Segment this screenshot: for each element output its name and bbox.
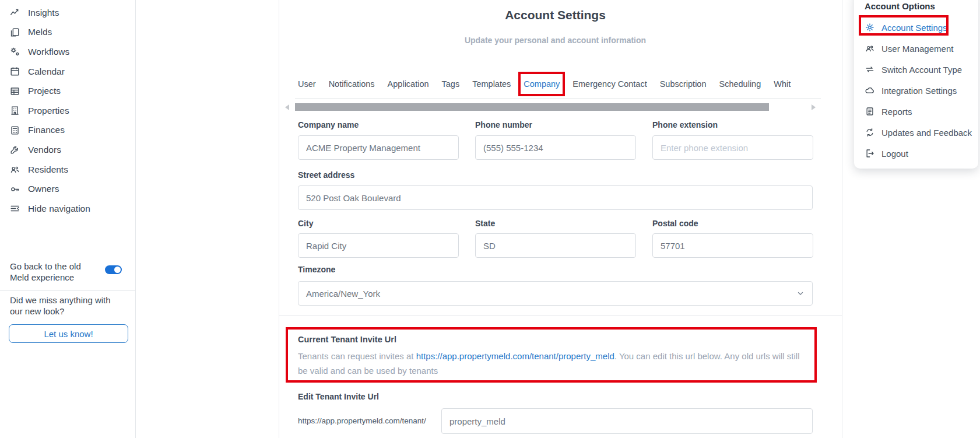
city-field[interactable] xyxy=(298,233,459,258)
company-name-label: Company name xyxy=(298,120,459,129)
sidebar-item-properties[interactable]: Properties xyxy=(0,101,135,121)
menu-item-user-management[interactable]: User Management xyxy=(854,38,978,59)
settings-tab-bar: User Notifications Application Tags Temp… xyxy=(298,71,823,97)
sidebar-item-finances[interactable]: Finances xyxy=(0,121,135,141)
account-options-menu: Account Options Account Settings User Ma… xyxy=(854,0,978,169)
current-tenant-invite-title: Current Tenant Invite Url xyxy=(298,335,396,344)
page-subtitle: Update your personal and account informa… xyxy=(298,36,813,45)
tab-tags[interactable]: Tags xyxy=(442,79,460,89)
sidebar-item-label: Melds xyxy=(28,27,52,37)
street-address-label: Street address xyxy=(298,170,813,180)
switch-account-icon xyxy=(865,64,875,75)
menu-item-account-settings[interactable]: Account Settings xyxy=(854,17,978,38)
menu-item-label: Account Settings xyxy=(881,23,947,33)
hide-navigation-icon xyxy=(9,203,20,214)
users-icon xyxy=(865,43,875,54)
let-us-know-button[interactable]: Let us know! xyxy=(9,324,128,343)
tab-divider xyxy=(295,98,821,99)
menu-item-updates-and-feedback[interactable]: Updates and Feedback xyxy=(854,122,978,143)
insights-icon xyxy=(9,7,20,18)
cloud-icon xyxy=(865,85,875,96)
sidebar-item-insights[interactable]: Insights xyxy=(0,3,135,23)
menu-item-integration-settings[interactable]: Integration Settings xyxy=(854,80,978,101)
timezone-label: Timezone xyxy=(298,265,813,274)
tab-application[interactable]: Application xyxy=(388,79,429,89)
workflows-icon xyxy=(9,46,20,57)
account-options-title: Account Options xyxy=(865,1,978,11)
tab-user[interactable]: User xyxy=(298,79,316,89)
state-label: State xyxy=(475,219,636,228)
postal-code-field[interactable] xyxy=(652,233,813,258)
tab-white-label[interactable]: Whit xyxy=(774,79,791,89)
sidebar-item-calendar[interactable]: Calendar xyxy=(0,62,135,82)
melds-icon xyxy=(9,27,20,38)
city-label: City xyxy=(298,219,459,228)
tab-company[interactable]: Company xyxy=(524,79,560,89)
sidebar-item-hide-navigation[interactable]: Hide navigation xyxy=(0,199,135,219)
sidebar-item-projects[interactable]: Projects xyxy=(0,81,135,101)
timezone-value: America/New_York xyxy=(306,289,380,299)
menu-item-label: Logout xyxy=(881,149,908,159)
page-title: Account Settings xyxy=(298,8,813,22)
current-tenant-invite-section: Current Tenant Invite Url Tenants can re… xyxy=(286,327,817,383)
phone-extension-field[interactable] xyxy=(652,135,813,160)
tenant-invite-url-prefix: https://app.propertymeld.com/tenant/ xyxy=(298,416,426,425)
tenant-invite-url-field[interactable] xyxy=(441,408,813,434)
sidebar-item-label: Finances xyxy=(28,125,65,135)
phone-number-label: Phone number xyxy=(475,120,636,129)
menu-item-label: Switch Account Type xyxy=(881,65,962,75)
phone-number-field[interactable] xyxy=(475,135,636,160)
scrollbar-thumb[interactable] xyxy=(295,103,769,111)
gear-icon xyxy=(865,22,875,33)
sidebar-item-label: Residents xyxy=(28,164,68,175)
menu-item-logout[interactable]: Logout xyxy=(854,143,978,164)
sidebar-item-label: Vendors xyxy=(28,145,61,155)
invite-text-before: Tenants can request invites at xyxy=(298,351,416,361)
properties-icon xyxy=(9,105,20,116)
sidebar-item-residents[interactable]: Residents xyxy=(0,160,135,180)
company-name-field[interactable] xyxy=(298,135,459,160)
logout-icon xyxy=(865,148,875,159)
sidebar-divider xyxy=(0,290,136,291)
sidebar-item-label: Projects xyxy=(28,86,61,96)
sidebar-item-label: Calendar xyxy=(28,66,65,77)
state-field[interactable] xyxy=(475,233,636,258)
menu-item-label: Reports xyxy=(881,107,912,117)
owners-icon xyxy=(9,184,20,195)
sidebar-item-label: Insights xyxy=(28,8,59,18)
tab-emergency-contact[interactable]: Emergency Contact xyxy=(572,79,647,89)
sidebar: Insights Melds Workflows Calendar Projec… xyxy=(0,0,136,438)
menu-item-label: Updates and Feedback xyxy=(881,128,972,138)
scroll-left-arrow-icon[interactable] xyxy=(285,104,289,110)
timezone-select[interactable]: America/New_York xyxy=(298,281,813,306)
projects-icon xyxy=(9,86,20,97)
edit-tenant-invite-label: Edit Tenant Invite Url xyxy=(298,392,379,401)
menu-item-switch-account-type[interactable]: Switch Account Type xyxy=(854,59,978,80)
vendors-icon xyxy=(9,144,20,155)
street-address-field[interactable] xyxy=(298,185,813,210)
tenant-invite-link[interactable]: https://app.propertymeld.com/tenant/prop… xyxy=(416,351,614,361)
sidebar-item-workflows[interactable]: Workflows xyxy=(0,42,135,62)
menu-item-label: User Management xyxy=(881,44,953,54)
sidebar-item-owners[interactable]: Owners xyxy=(0,179,135,199)
residents-icon xyxy=(9,164,20,175)
horizontal-scrollbar[interactable] xyxy=(279,103,843,111)
tab-scheduling[interactable]: Scheduling xyxy=(719,79,761,89)
finances-icon xyxy=(9,125,20,136)
chevron-down-icon xyxy=(796,289,805,297)
menu-item-label: Integration Settings xyxy=(881,86,957,96)
scroll-right-arrow-icon[interactable] xyxy=(812,104,816,110)
tab-notifications[interactable]: Notifications xyxy=(329,79,375,89)
sidebar-item-vendors[interactable]: Vendors xyxy=(0,140,135,160)
section-divider xyxy=(279,315,842,316)
old-experience-toggle[interactable] xyxy=(105,265,122,274)
sidebar-item-label: Hide navigation xyxy=(28,204,90,214)
tab-subscription[interactable]: Subscription xyxy=(660,79,707,89)
menu-item-reports[interactable]: Reports xyxy=(854,101,978,122)
tab-templates[interactable]: Templates xyxy=(472,79,511,89)
postal-code-label: Postal code xyxy=(652,219,813,228)
report-icon xyxy=(865,106,875,117)
sidebar-item-melds[interactable]: Melds xyxy=(0,23,135,43)
sidebar-item-label: Owners xyxy=(28,184,59,194)
sidebar-item-label: Properties xyxy=(28,106,69,116)
